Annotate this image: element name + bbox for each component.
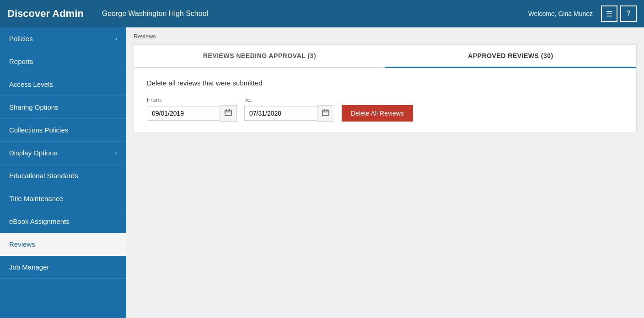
calendar-icon <box>225 109 232 116</box>
from-label: From: <box>147 96 237 103</box>
sidebar-label-access-levels: Access Levels <box>9 80 53 88</box>
delete-section-title: Delete all reviews that were submitted <box>147 79 623 87</box>
main-content: Reviews REVIEWS NEEDING APPROVAL (3) APP… <box>126 27 644 318</box>
sidebar-item-educational-standards[interactable]: Educational Standards <box>0 164 126 187</box>
to-date-input[interactable] <box>244 106 317 121</box>
sidebar-item-collections-policies[interactable]: Collections Policies <box>0 119 126 142</box>
to-date-field: To: <box>244 96 334 122</box>
sidebar-item-reviews[interactable]: Reviews <box>0 233 126 256</box>
sidebar-item-access-levels[interactable]: Access Levels <box>0 73 126 96</box>
sidebar-label-policies: Policies <box>9 35 33 42</box>
sidebar-label-sharing-options: Sharing Options <box>9 103 59 111</box>
sidebar-label-display-options: Display Options <box>9 149 57 157</box>
sidebar-item-ebook-assignments[interactable]: eBook Assignments <box>0 210 126 233</box>
chevron-right-icon: › <box>115 36 117 42</box>
from-calendar-button[interactable] <box>220 105 237 122</box>
sidebar-item-display-options[interactable]: Display Options › <box>0 142 126 164</box>
tab-approved[interactable]: APPROVED REVIEWS (30) <box>385 45 636 68</box>
to-calendar-button[interactable] <box>317 105 334 122</box>
menu-button[interactable]: ☰ <box>601 5 617 22</box>
sidebar-label-reviews: Reviews <box>9 240 35 248</box>
from-date-field: From: <box>147 96 237 122</box>
svg-rect-0 <box>225 110 231 116</box>
sidebar-label-reports: Reports <box>9 58 33 65</box>
help-button[interactable]: ? <box>620 5 637 22</box>
school-name: George Washington High School <box>102 10 528 18</box>
content-card: REVIEWS NEEDING APPROVAL (3) APPROVED RE… <box>134 44 637 133</box>
sidebar-item-title-maintenance[interactable]: Title Maintenance <box>0 187 126 210</box>
from-date-input[interactable] <box>147 106 220 121</box>
welcome-text: Welcome, Gina Munoz <box>528 10 593 17</box>
sidebar-label-collections-policies: Collections Policies <box>9 126 68 134</box>
tab-bar: REVIEWS NEEDING APPROVAL (3) APPROVED RE… <box>134 45 636 68</box>
chevron-right-icon-display: › <box>115 150 117 156</box>
to-input-wrap <box>244 105 334 122</box>
sidebar-label-educational-standards: Educational Standards <box>9 172 78 180</box>
from-input-wrap <box>147 105 237 122</box>
to-label: To: <box>244 96 334 103</box>
sidebar-item-sharing-options[interactable]: Sharing Options <box>0 96 126 119</box>
app-brand: Discover Admin <box>7 8 84 20</box>
sidebar-item-reports[interactable]: Reports <box>0 50 126 73</box>
main-layout: Policies › Reports Access Levels Sharing… <box>0 27 644 318</box>
svg-rect-4 <box>322 110 329 116</box>
delete-all-reviews-button[interactable]: Delete All Reviews <box>342 105 413 122</box>
sidebar: Policies › Reports Access Levels Sharing… <box>0 27 126 318</box>
sidebar-item-job-manager[interactable]: Job Manager <box>0 256 126 279</box>
sidebar-item-policies[interactable]: Policies › <box>0 27 126 50</box>
sidebar-label-ebook-assignments: eBook Assignments <box>9 217 70 225</box>
date-row: From: <box>147 96 623 122</box>
breadcrumb: Reviews <box>134 33 637 40</box>
tab-needing-approval[interactable]: REVIEWS NEEDING APPROVAL (3) <box>134 45 385 68</box>
header: Discover Admin George Washington High Sc… <box>0 0 644 27</box>
calendar-icon-to <box>322 109 329 116</box>
sidebar-label-job-manager: Job Manager <box>9 263 49 271</box>
approved-reviews-content: Delete all reviews that were submitted F… <box>134 68 636 132</box>
sidebar-label-title-maintenance: Title Maintenance <box>9 195 63 202</box>
